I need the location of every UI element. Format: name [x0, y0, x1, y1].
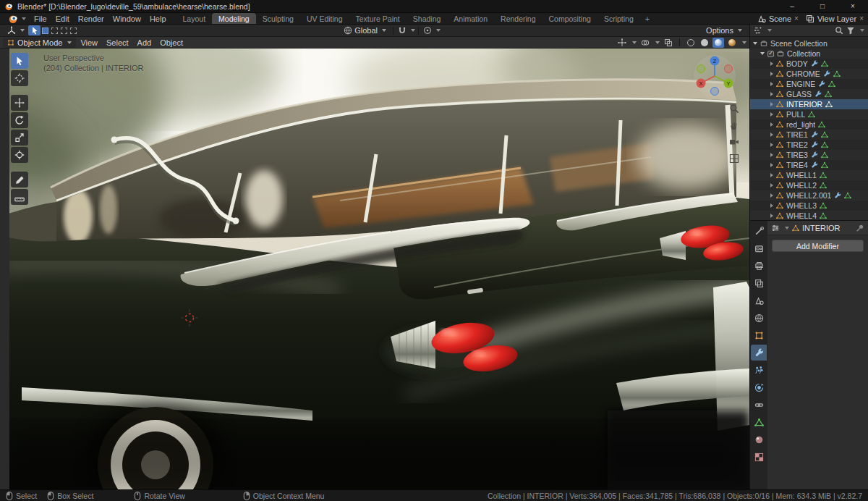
properties-tab-material[interactable] — [751, 431, 767, 447]
expand-icon[interactable] — [770, 82, 773, 86]
blender-menu-button[interactable] — [4, 13, 30, 24]
mesh-data-icon[interactable] — [818, 121, 825, 128]
neg-y-axis-handle[interactable] — [697, 65, 705, 73]
properties-tab-physics[interactable] — [751, 379, 767, 395]
mesh-data-icon[interactable] — [821, 131, 828, 138]
shading-wireframe-button[interactable] — [685, 38, 697, 48]
filter-icon[interactable] — [846, 26, 855, 35]
menu-file[interactable]: File — [30, 13, 51, 24]
mesh-data-icon[interactable] — [828, 80, 835, 88]
properties-tab-constraints[interactable] — [751, 397, 767, 413]
tool-rotate[interactable] — [11, 112, 28, 128]
xray-toggle[interactable] — [662, 38, 674, 48]
expand-icon[interactable] — [770, 214, 773, 218]
mesh-data-icon[interactable] — [821, 161, 828, 169]
expand-icon[interactable] — [770, 143, 773, 147]
viewport[interactable]: User Perspective (204) Collection | INTE… — [0, 49, 749, 489]
tab-shading[interactable]: Shading — [407, 13, 448, 24]
tool-transform[interactable] — [11, 147, 28, 163]
properties-tab-object[interactable] — [751, 327, 767, 343]
menu-view[interactable]: View — [76, 38, 102, 47]
outliner-row-glass[interactable]: GLASS — [750, 89, 868, 99]
tab-uv-editing[interactable]: UV Editing — [300, 13, 349, 24]
tab-layout[interactable]: Layout — [176, 13, 213, 24]
expand-icon[interactable] — [770, 72, 773, 76]
expand-icon[interactable] — [753, 42, 757, 45]
shading-material-button[interactable] — [712, 38, 724, 48]
proportional-dropdown-icon[interactable] — [436, 29, 441, 32]
mode-dropdown[interactable]: Object Mode — [3, 38, 76, 48]
modifier-icon[interactable] — [818, 80, 825, 88]
select-mode-new-button[interactable] — [42, 28, 48, 34]
overlays-dropdown-icon[interactable] — [655, 41, 660, 44]
tab-texture-paint[interactable]: Texture Paint — [349, 13, 407, 24]
pan-hand-icon[interactable] — [729, 120, 739, 130]
snap-dropdown-icon[interactable] — [411, 29, 415, 32]
properties-tab-tool[interactable] — [751, 223, 767, 239]
modifier-icon[interactable] — [823, 70, 830, 77]
tab-rendering[interactable]: Rendering — [494, 13, 542, 24]
mesh-data-icon[interactable] — [820, 182, 827, 189]
tab-sculpting[interactable]: Sculpting — [256, 13, 300, 24]
modifier-icon[interactable] — [811, 151, 818, 159]
ortho-grid-icon[interactable] — [729, 153, 739, 164]
menu-object[interactable]: Object — [156, 38, 187, 47]
outliner-row-pull[interactable]: PULL — [750, 109, 868, 119]
tool-annotate[interactable] — [11, 172, 28, 188]
outliner-row-chrome[interactable]: CHROME — [750, 69, 868, 79]
mesh-data-icon[interactable] — [833, 70, 841, 77]
pin-icon[interactable] — [856, 224, 864, 232]
outliner-editor-icon[interactable] — [754, 26, 762, 35]
properties-tab-texture[interactable] — [751, 449, 767, 465]
expand-icon[interactable] — [770, 153, 773, 157]
tool-select-box[interactable] — [11, 53, 28, 69]
outliner-row-red-light[interactable]: red_light — [750, 119, 868, 130]
modifier-icon[interactable] — [811, 60, 818, 67]
expand-icon[interactable] — [770, 203, 773, 208]
expand-icon[interactable] — [770, 183, 773, 188]
unlink-scene-icon[interactable]: × — [794, 14, 799, 22]
properties-tab-view-layer[interactable] — [751, 275, 767, 291]
editor-type-button[interactable] — [4, 26, 28, 35]
zoom-icon[interactable] — [729, 104, 739, 114]
select-mode-extend-button[interactable] — [51, 28, 58, 34]
tab-animation[interactable]: Animation — [447, 13, 494, 24]
tab-scripting[interactable]: Scripting — [597, 13, 640, 24]
mesh-data-icon[interactable] — [821, 151, 828, 159]
tab-modeling[interactable]: Modeling — [212, 13, 256, 24]
expand-icon[interactable] — [760, 52, 765, 55]
tool-cursor[interactable] — [11, 70, 28, 86]
neg-z-axis-handle[interactable] — [711, 88, 719, 96]
properties-tab-world[interactable] — [751, 310, 767, 326]
scene-selector[interactable]: Scene × — [757, 14, 799, 23]
properties-tab-output[interactable] — [751, 258, 767, 274]
minimize-button[interactable]: – — [777, 0, 807, 12]
proportional-editing-toggle[interactable] — [422, 25, 434, 35]
mesh-data-icon[interactable] — [825, 101, 833, 108]
view-layer-selector[interactable]: View Layer × — [806, 14, 864, 23]
outliner-row-tire2[interactable]: TIRE2 — [750, 140, 868, 150]
outliner-row-whell3[interactable]: WHELL3 — [750, 201, 868, 211]
unlink-view-layer-icon[interactable]: × — [859, 14, 864, 22]
expand-icon[interactable] — [770, 122, 773, 127]
modifier-icon[interactable] — [834, 192, 841, 199]
expand-icon[interactable] — [770, 62, 773, 66]
properties-tab-particles[interactable] — [751, 362, 767, 378]
mesh-data-icon[interactable] — [844, 192, 851, 199]
expand-icon[interactable] — [770, 132, 773, 137]
add-workspace-button[interactable]: + — [640, 13, 655, 24]
menu-edit[interactable]: Edit — [51, 13, 74, 24]
add-modifier-button[interactable]: Add Modifier — [772, 240, 864, 252]
close-button[interactable]: × — [838, 0, 868, 12]
select-mode-subtract-button[interactable] — [61, 28, 67, 34]
expand-icon[interactable] — [770, 112, 773, 117]
gizmos-dropdown-icon[interactable] — [632, 41, 637, 44]
outliner-row-scene-collection[interactable]: Scene Collection — [750, 38, 868, 49]
mesh-data-icon[interactable] — [820, 212, 827, 219]
mesh-data-icon[interactable] — [820, 202, 827, 209]
shading-solid-button[interactable] — [699, 38, 710, 48]
properties-editor-icon[interactable] — [771, 224, 780, 232]
expand-icon[interactable] — [770, 173, 773, 177]
outliner-row-interior[interactable]: INTERIOR — [750, 99, 868, 109]
expand-icon[interactable] — [770, 92, 773, 96]
